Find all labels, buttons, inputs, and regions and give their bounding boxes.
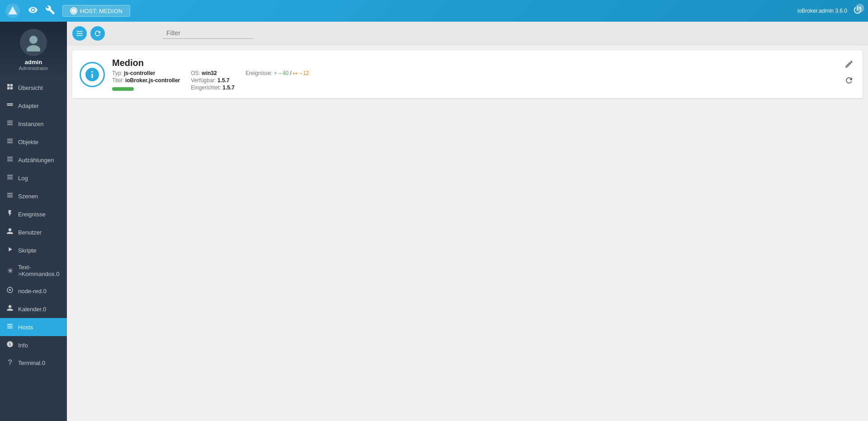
sidebar-item-terminal[interactable]: ? Terminal.0 xyxy=(0,354,67,371)
ereignisse-label: Ereignisse: xyxy=(245,70,272,76)
filter-input[interactable] xyxy=(163,28,253,39)
sidebar: admin Administrator Übersicht Adapter In… xyxy=(0,22,67,421)
refresh-button[interactable] xyxy=(90,26,105,41)
svg-point-5 xyxy=(9,289,11,291)
eingerichtet-label: Eingerichtet: xyxy=(191,84,221,91)
sidebar-item-label-ereignisse: Ereignisse xyxy=(18,211,46,218)
topbar-right: ioBroker.admin 3.6.0 xyxy=(797,5,863,17)
verfugbar-label: Verfügbar: xyxy=(191,77,216,84)
host-badge[interactable]: HOST: MEDION xyxy=(62,5,130,17)
host-badge-label: HOST: MEDION xyxy=(80,8,123,14)
svg-rect-3 xyxy=(7,103,13,104)
typ-row: Typ: js-controller xyxy=(112,70,180,76)
titel-label: Titel: xyxy=(112,77,124,84)
terminal-icon: ? xyxy=(5,359,14,367)
sidebar-item-label-ubersicht: Übersicht xyxy=(18,84,43,91)
host-badge-icon xyxy=(70,7,77,14)
svg-point-1 xyxy=(29,36,38,44)
sidebar-item-kalender[interactable]: Kalender.0 xyxy=(0,300,67,318)
host-card-info: Medion Typ: js-controller Titel: ioBroke… xyxy=(112,58,855,91)
host-card-actions xyxy=(843,58,855,87)
typ-label: Typ: xyxy=(112,70,123,76)
host-status-bar xyxy=(112,87,134,91)
eingerichtet-value: 1.5.7 xyxy=(222,84,235,91)
sidebar-user: admin Administrator xyxy=(0,22,67,79)
sidebar-item-label-kalender: Kalender.0 xyxy=(18,306,46,313)
sidebar-item-label-info: Info xyxy=(18,342,28,349)
ereignisse-plus: +→40 xyxy=(274,70,288,76)
kalender-icon xyxy=(5,304,14,313)
app-logo xyxy=(5,4,20,18)
list-view-button[interactable] xyxy=(72,26,87,41)
topbar-nav: HOST: MEDION xyxy=(28,5,130,17)
os-value: win32 xyxy=(202,70,217,76)
sidebar-item-objekte[interactable]: Objekte xyxy=(0,133,67,151)
host-list: Medion Typ: js-controller Titel: ioBroke… xyxy=(67,45,868,421)
ereignisse-arrow: ↦→12 xyxy=(293,70,309,76)
host-edit-button[interactable] xyxy=(843,58,855,70)
svg-marker-0 xyxy=(8,6,17,14)
eingerichtet-row: Eingerichtet: 1.5.7 xyxy=(191,84,235,91)
sidebar-item-info[interactable]: Info xyxy=(0,336,67,354)
sidebar-item-instanzen[interactable]: Instanzen xyxy=(0,115,67,133)
sidebar-item-text-kommandos[interactable]: ✳ Text->Kommandos.0 xyxy=(0,259,67,282)
instanzen-icon xyxy=(5,119,14,128)
adapter-icon xyxy=(5,101,14,110)
sidebar-item-skripte[interactable]: Skripte xyxy=(0,241,67,259)
host-card-medion: Medion Typ: js-controller Titel: ioBroke… xyxy=(72,51,863,98)
host-col-events: Ereignisse: +→40 / ↦→12 xyxy=(245,70,309,91)
text-kommandos-icon: ✳ xyxy=(5,267,14,275)
sidebar-item-label-benutzer: Benutzer xyxy=(18,229,42,236)
sidebar-item-label-text-kommandos: Text->Kommandos.0 xyxy=(18,264,61,277)
eye-icon[interactable] xyxy=(28,5,38,17)
titel-value: ioBroker.js-controller xyxy=(125,77,180,84)
host-card-details: Typ: js-controller Titel: ioBroker.js-co… xyxy=(112,70,855,91)
sidebar-item-aufzahlungen[interactable]: Aufzählungen xyxy=(0,151,67,169)
node-red-icon xyxy=(5,286,14,295)
typ-value: js-controller xyxy=(124,70,155,76)
sidebar-role: Administrator xyxy=(19,65,48,71)
grid-icon xyxy=(5,83,14,92)
sidebar-item-adapter[interactable]: Adapter xyxy=(0,97,67,115)
version-info: ioBroker.admin 3.6.0 xyxy=(797,8,847,14)
ereignisse-icon xyxy=(5,210,14,219)
toolbar xyxy=(67,22,868,45)
sidebar-item-log[interactable]: Log xyxy=(0,169,67,187)
main-layout: admin Administrator Übersicht Adapter In… xyxy=(0,22,868,421)
sidebar-item-ubersicht[interactable]: Übersicht xyxy=(0,79,67,97)
svg-point-2 xyxy=(27,45,40,51)
sidebar-item-label-terminal: Terminal.0 xyxy=(18,360,45,366)
aufzahlungen-icon xyxy=(5,155,14,164)
sidebar-item-label-adapter: Adapter xyxy=(18,103,39,109)
sidebar-item-node-red[interactable]: node-red.0 xyxy=(0,282,67,300)
objekte-icon xyxy=(5,137,14,146)
verfugbar-row: Verfügbar: 1.5.7 xyxy=(191,77,235,84)
sidebar-item-label-szenen: Szenen xyxy=(18,193,38,200)
sidebar-item-label-instanzen: Instanzen xyxy=(18,121,43,127)
szenen-icon xyxy=(5,192,14,201)
sidebar-item-label-hosts: Hosts xyxy=(18,324,33,331)
content-area: Medion Typ: js-controller Titel: ioBroke… xyxy=(67,22,868,421)
skripte-icon xyxy=(5,246,14,255)
sidebar-item-label-node-red: node-red.0 xyxy=(18,288,47,295)
verfugbar-value: 1.5.7 xyxy=(217,77,230,84)
sidebar-item-hosts[interactable]: Hosts xyxy=(0,318,67,336)
info-icon xyxy=(5,341,14,350)
sidebar-item-ereignisse[interactable]: Ereignisse xyxy=(0,205,67,223)
svg-rect-4 xyxy=(7,105,13,106)
sidebar-item-label-skripte: Skripte xyxy=(18,247,36,254)
sidebar-item-szenen[interactable]: Szenen xyxy=(0,187,67,205)
log-icon xyxy=(5,173,14,182)
sidebar-username: admin xyxy=(25,59,42,65)
os-label: OS: xyxy=(191,70,200,76)
host-col-type: Typ: js-controller Titel: ioBroker.js-co… xyxy=(112,70,180,91)
ereignisse-row: Ereignisse: +→40 / ↦→12 xyxy=(245,70,309,76)
host-refresh-button[interactable] xyxy=(843,74,855,87)
hosts-icon xyxy=(5,323,14,332)
host-col-os: OS: win32 Verfügbar: 1.5.7 Eingerichtet:… xyxy=(191,70,235,91)
sidebar-item-label-objekte: Objekte xyxy=(18,139,38,145)
sidebar-item-benutzer[interactable]: Benutzer xyxy=(0,223,67,241)
wrench-icon[interactable] xyxy=(45,5,55,17)
os-row: OS: win32 xyxy=(191,70,235,76)
close-button[interactable]: ✕ xyxy=(855,4,864,13)
